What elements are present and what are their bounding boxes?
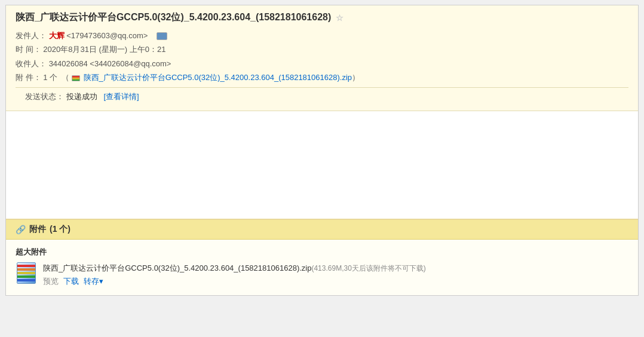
attachment-item: 陕西_广联达云计价平台GCCP5.0(32位)_5.4200.23.604_(1…: [16, 262, 628, 287]
zip-stripe-orange: [17, 268, 35, 271]
time-row: 时 间： 2020年8月31日 (星期一) 上午0：21: [16, 42, 628, 56]
recipient-label: 收件人：: [16, 59, 47, 68]
zip-stripe-yellow: [17, 272, 35, 274]
status-bar: 发送状态： 投递成功 [查看详情]: [16, 87, 628, 106]
sender-label: 发件人：: [16, 31, 47, 40]
attachment-section: 🔗 附件 (1 个) 超大附件 陕西_广联达云计价平台: [6, 219, 638, 296]
attachment-meta-label: 附 件：: [16, 73, 41, 82]
attachment-header-count: (1 个): [50, 224, 70, 235]
download-button[interactable]: 下载: [63, 276, 79, 287]
time-value: 2020年8月31日 (星期一) 上午0：21: [43, 45, 165, 54]
attachment-actions: 预览 下载 转存▾: [43, 276, 628, 287]
attachment-section-header: 🔗 附件 (1 个): [6, 220, 638, 240]
attachment-type-label: 超大附件: [16, 247, 628, 258]
zip-stripe-green: [17, 275, 35, 278]
zip-file-icon: [16, 262, 37, 284]
email-title: 陕西_广联达云计价平台GCCP5.0(32位)_5.4200.23.604_(1…: [16, 11, 628, 24]
star-icon[interactable]: ☆: [336, 13, 344, 23]
attachment-meta-row: 附 件： 1 个 （ 陕西_广联达云计价平台GCCP5.0(32位)_5.420…: [16, 71, 628, 84]
save-arrow-icon: ▾: [99, 277, 103, 286]
attachment-filename: 陕西_广联达云计价平台GCCP5.0(32位)_5.4200.23.604_(1…: [43, 262, 628, 275]
preview-action: 预览: [43, 276, 59, 287]
sender-card-icon: [157, 32, 167, 40]
email-subject: 陕西_广联达云计价平台GCCP5.0(32位)_5.4200.23.604_(1…: [16, 11, 331, 24]
status-label: 发送状态：: [25, 92, 64, 101]
attachment-file-meta: (413.69M,30天后该附件将不可下载): [311, 264, 425, 272]
attachment-inline-link[interactable]: 陕西_广联达云计价平台GCCP5.0(32位)_5.4200.23.604_(1…: [84, 73, 352, 82]
flag-stripe-icon: [72, 75, 80, 81]
recipient-row: 收件人： 344026084 <344026084@qq.com>: [16, 57, 628, 71]
email-body: [6, 111, 638, 219]
status-value: 投递成功: [66, 92, 97, 101]
attachment-count: 1 个: [43, 73, 57, 82]
attachment-info: 陕西_广联达云计价平台GCCP5.0(32位)_5.4200.23.604_(1…: [43, 262, 628, 287]
zip-icon-inner: [17, 262, 36, 284]
email-container: 陕西_广联达云计价平台GCCP5.0(32位)_5.4200.23.604_(1…: [5, 5, 639, 296]
attachment-header-label: 附件: [29, 224, 46, 235]
zip-stripe-blue: [17, 279, 35, 281]
sender-email: <179473603@qq.com>: [66, 31, 148, 40]
attachment-body: 超大附件 陕西_广联达云计价平台GCCP5.0(32位)_5.4200.23.6…: [6, 240, 638, 296]
sender-row: 发件人： 大辉 <179473603@qq.com>: [16, 29, 628, 42]
recipient-value: 344026084 <344026084@qq.com>: [49, 59, 171, 68]
save-button[interactable]: 转存▾: [84, 276, 103, 287]
paperclip-icon: 🔗: [16, 225, 26, 234]
attachment-filename-text: 陕西_广联达云计价平台GCCP5.0(32位)_5.4200.23.604_(1…: [43, 264, 311, 272]
attachment-flag-icon: [72, 75, 81, 81]
zip-stripe-red: [17, 265, 35, 267]
email-header: 陕西_广联达云计价平台GCCP5.0(32位)_5.4200.23.604_(1…: [6, 5, 638, 111]
status-detail-link[interactable]: [查看详情]: [103, 92, 139, 101]
save-label: 转存: [84, 277, 99, 286]
time-label: 时 间：: [16, 45, 41, 54]
sender-name: 大辉: [49, 31, 65, 40]
